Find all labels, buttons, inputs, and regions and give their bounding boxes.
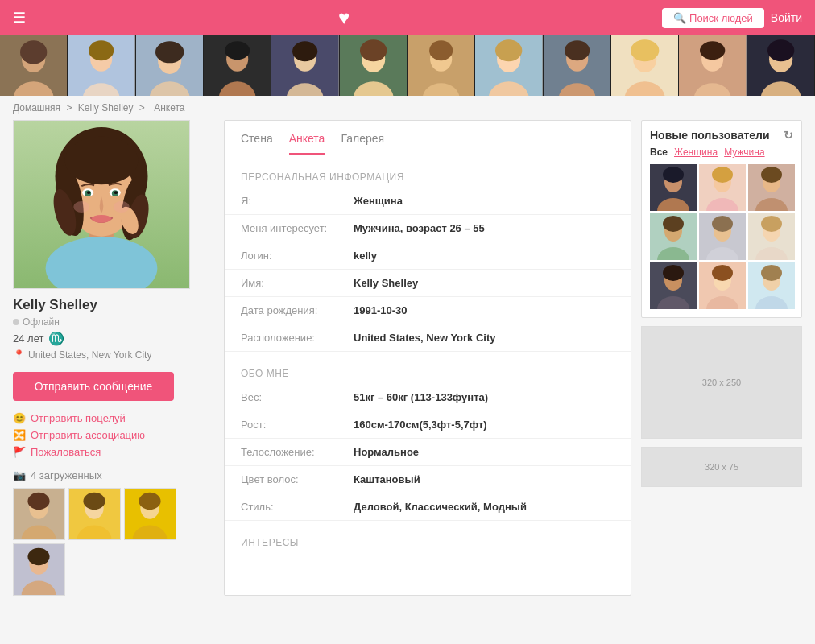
new-user-2[interactable] <box>699 164 746 211</box>
info-value-weight: 51кг – 60кг (113-133фунта) <box>354 391 488 403</box>
tab-wall[interactable]: Стена <box>241 132 273 155</box>
breadcrumb-name[interactable]: Kelly Shelley <box>78 102 134 114</box>
svg-point-7 <box>89 40 114 60</box>
breadcrumb-page: Анкета <box>154 102 184 114</box>
svg-point-47 <box>767 39 794 61</box>
info-label-weight: Вес: <box>241 391 354 403</box>
photo-thumb-1[interactable] <box>13 488 65 540</box>
location-icon: 📍 <box>13 349 25 361</box>
profile-photo[interactable] <box>13 120 190 289</box>
ad-large-label: 320 x 250 <box>702 378 741 387</box>
photo-thumb-4[interactable] <box>13 543 65 596</box>
strip-photo-6[interactable] <box>340 35 408 96</box>
send-kiss-link[interactable]: 😊 Отправить поцелуй <box>13 412 214 424</box>
right-column: Новые пользователи ↻ Все Женщина Мужчина <box>641 120 802 596</box>
filter-female[interactable]: Женщина <box>674 147 718 158</box>
interests-header: ИНТЕРЕСЫ <box>225 529 631 553</box>
svg-point-35 <box>565 40 590 60</box>
strip-photo-7[interactable] <box>408 35 475 96</box>
svg-point-55 <box>64 137 138 184</box>
status-text: Офлайн <box>23 316 60 328</box>
login-button[interactable]: Войти <box>771 11 802 24</box>
info-value-height: 160см-170см(5,3фт-5,7фт) <box>354 419 487 431</box>
svg-point-11 <box>155 41 184 63</box>
filter-all[interactable]: Все <box>650 147 668 158</box>
search-icon: 🔍 <box>673 12 686 24</box>
center-column: Стена Анкета Галерея ПЕРСОНАЛЬНАЯ ИНФОРМ… <box>224 120 631 596</box>
new-user-3[interactable] <box>748 164 795 211</box>
photo-thumb-2[interactable] <box>68 488 121 540</box>
info-label-body: Телосложение: <box>241 446 354 458</box>
new-user-6[interactable] <box>748 213 795 260</box>
action-links: 😊 Отправить поцелуй 🔀 Отправить ассоциац… <box>13 412 214 458</box>
new-users-filter: Все Женщина Мужчина <box>650 147 793 158</box>
send-message-button[interactable]: Отправить сообщение <box>13 372 174 401</box>
svg-point-66 <box>73 201 89 213</box>
photos-grid <box>13 488 214 596</box>
new-user-7[interactable] <box>650 262 697 309</box>
svg-point-115 <box>712 265 733 281</box>
personal-info-header: ПЕРСОНАЛЬНАЯ ИНФОРМАЦИЯ <box>225 163 631 188</box>
info-value-dob: 1991-10-30 <box>354 304 408 316</box>
menu-icon[interactable]: ☰ <box>13 9 26 27</box>
svg-point-62 <box>87 191 90 194</box>
strip-photo-12[interactable] <box>747 35 815 96</box>
photo-thumb-3[interactable] <box>124 488 176 540</box>
new-user-9[interactable] <box>748 262 795 309</box>
svg-point-31 <box>495 39 522 61</box>
svg-point-67 <box>114 201 130 213</box>
new-users-label: Новые пользователи <box>650 129 770 142</box>
new-user-4[interactable] <box>650 213 697 260</box>
svg-point-64 <box>92 215 111 223</box>
breadcrumb-sep2: > <box>139 102 147 114</box>
strip-photo-2[interactable] <box>68 35 135 96</box>
svg-point-107 <box>761 216 782 232</box>
ad-large: 320 x 250 <box>641 326 802 439</box>
photos-count: 📷 4 загруженных <box>13 469 214 481</box>
header-right: 🔍 Поиск людей Войти <box>662 8 802 28</box>
strip-photo-10[interactable] <box>611 35 679 96</box>
svg-point-75 <box>83 493 105 510</box>
info-row-body: Телосложение: Нормальное <box>225 439 631 466</box>
strip-photo-11[interactable] <box>679 35 747 96</box>
status-indicator <box>13 319 19 325</box>
svg-point-99 <box>663 216 684 232</box>
filter-male[interactable]: Мужчина <box>724 147 764 158</box>
strip-photo-3[interactable] <box>136 35 204 96</box>
strip-photo-1[interactable] <box>0 35 68 96</box>
new-users-box: Новые пользователи ↻ Все Женщина Мужчина <box>641 120 802 318</box>
svg-point-3 <box>20 40 47 64</box>
svg-point-91 <box>712 167 733 183</box>
info-row-style: Стиль: Деловой, Классический, Модный <box>225 493 631 521</box>
new-user-1[interactable] <box>650 164 697 211</box>
svg-point-87 <box>663 167 684 183</box>
complain-link[interactable]: 🚩 Пожаловаться <box>13 446 214 458</box>
info-label-login: Логин: <box>241 250 354 262</box>
svg-point-27 <box>429 40 453 60</box>
send-association-link[interactable]: 🔀 Отправить ассоциацию <box>13 429 214 441</box>
strip-photo-8[interactable] <box>475 35 543 96</box>
svg-point-95 <box>761 167 782 183</box>
svg-point-15 <box>225 41 250 60</box>
tab-anketa[interactable]: Анкета <box>289 132 325 155</box>
location-text: United States, New York City <box>28 349 151 361</box>
info-row-gender: Я: Женщина <box>225 188 631 215</box>
zodiac-sign: ♏ <box>48 331 64 346</box>
kiss-icon: 😊 <box>13 412 26 424</box>
age-text: 24 лет <box>13 332 43 345</box>
heart-logo: ♥ <box>338 6 350 29</box>
info-row-name: Имя: Kelly Shelley <box>225 270 631 297</box>
association-icon: 🔀 <box>13 429 26 441</box>
new-user-8[interactable] <box>699 262 746 309</box>
strip-photo-9[interactable] <box>544 35 611 96</box>
search-people-button[interactable]: 🔍 Поиск людей <box>662 8 764 28</box>
strip-photo-5[interactable] <box>271 35 339 96</box>
refresh-icon[interactable]: ↻ <box>784 129 793 142</box>
info-label-hair: Цвет волос: <box>241 473 354 485</box>
breadcrumb-home[interactable]: Домашняя <box>13 102 60 114</box>
new-user-5[interactable] <box>699 213 746 260</box>
info-value-login: kelly <box>354 250 377 262</box>
strip-photo-4[interactable] <box>204 35 271 96</box>
tab-gallery[interactable]: Галерея <box>341 132 384 155</box>
info-row-interest: Меня интересует: Мужчина, возраст 26 – 5… <box>225 215 631 242</box>
